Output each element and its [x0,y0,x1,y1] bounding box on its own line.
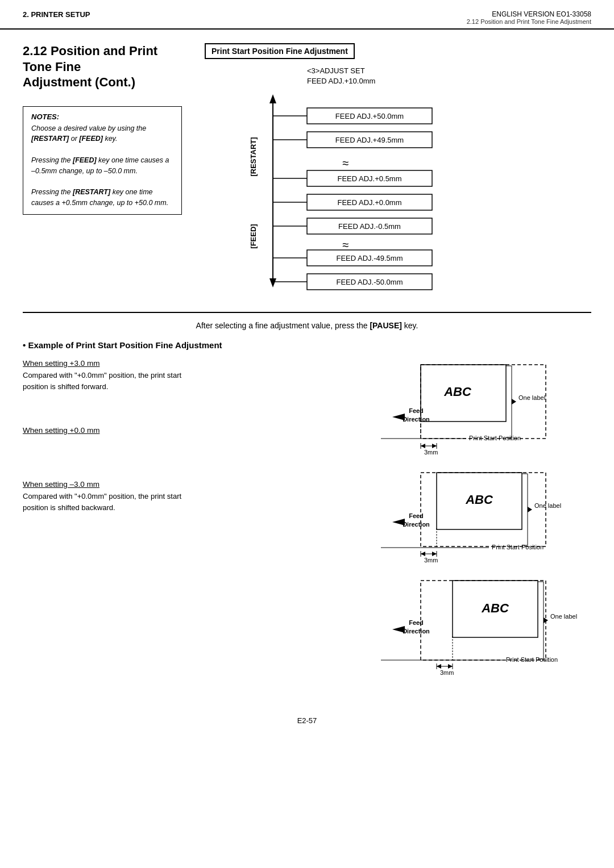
svg-text:Direction: Direction [403,416,430,423]
example-item-3: When setting –3.0 mm Compared with "+0.0… [23,480,364,513]
svg-text:≈: ≈ [343,239,349,251]
example-item-2: When setting +0.0 mm [23,426,364,435]
svg-text:3mm: 3mm [440,669,454,676]
svg-marker-45 [421,444,425,448]
svg-text:One label: One label [518,394,545,401]
svg-text:Feed: Feed [409,407,424,414]
svg-text:[FEED]: [FEED] [249,224,258,249]
svg-text:FEED ADJ.-50.0mm: FEED ADJ.-50.0mm [336,278,403,286]
svg-text:FEED ADJ.+0.0mm: FEED ADJ.+0.0mm [337,198,401,207]
svg-marker-37 [512,399,516,404]
svg-marker-53 [392,519,405,525]
svg-marker-33 [392,414,405,420]
page: 2. PRINTER SETUP ENGLISH VERSION EO1-330… [0,0,614,868]
example-rows: When setting +3.0 mm Compared with "+0.0… [23,359,591,690]
svg-text:ABC: ABC [443,385,472,399]
example-1-title: When setting +3.0 mm [23,359,364,368]
svg-text:FEED ADJ.+50.0mm: FEED ADJ.+50.0mm [335,112,404,120]
svg-marker-1 [269,94,276,103]
adjust-set: <3>ADJUST SETFEED ADJ.+10.0mm [307,66,591,86]
svg-marker-2 [269,278,276,287]
svg-text:Feed: Feed [409,512,424,519]
header-left: 2. PRINTER SETUP [23,10,90,19]
psf-title-box: Print Start Position Fine Adjustment [205,43,355,59]
example-left: When setting +3.0 mm Compared with "+0.0… [23,359,375,690]
header-section: 2.12 Position and Print Tone Fine Adjust… [467,18,591,25]
notes-text: Choose a desired value by using the [RES… [31,123,173,208]
svg-text:3mm: 3mm [424,557,438,564]
top-section: 2.12 Position and PrintTone FineAdjustme… [23,43,591,301]
svg-rect-28 [421,365,546,439]
header-version: ENGLISH VERSION EO1-33058 [467,10,591,18]
svg-text:FEED ADJ.-0.5mm: FEED ADJ.-0.5mm [338,222,401,231]
svg-rect-48 [421,473,546,546]
page-header: 2. PRINTER SETUP ENGLISH VERSION EO1-330… [0,0,614,30]
section-number: 2.12 [23,44,51,58]
svg-text:Direction: Direction [403,628,430,635]
title-block: 2.12 Position and PrintTone FineAdjustme… [23,43,205,301]
svg-marker-85 [437,664,441,669]
svg-rect-68 [421,581,546,660]
svg-text:Print Start Position: Print Start Position [492,544,544,550]
diagram-area: Print Start Position Fine Adjustment <3>… [205,43,591,301]
separator [23,312,591,313]
svg-marker-86 [448,664,453,669]
svg-text:FEED ADJ.-49.5mm: FEED ADJ.-49.5mm [336,254,403,262]
svg-marker-65 [421,552,425,556]
svg-marker-73 [392,626,405,633]
svg-text:Print Start Position: Print Start Position [506,656,558,663]
example-1-text: Compared with "+0.0mm" position, the pri… [23,370,364,392]
svg-marker-66 [432,552,437,556]
svg-text:ABC: ABC [465,493,493,507]
svg-text:One label: One label [534,502,561,509]
notes-title: NOTES: [31,112,173,121]
main-content: 2.12 Position and PrintTone FineAdjustme… [0,30,614,707]
example-3-text: Compared with "+0.0mm" position, the pri… [23,491,364,513]
example-2-title: When setting +0.0 mm [23,426,364,435]
header-right: ENGLISH VERSION EO1-33058 2.12 Position … [467,10,591,25]
example-right: ABC Feed Direction One label Print Start… [375,359,591,690]
svg-marker-46 [432,444,437,448]
section-title: 2.12 Position and PrintTone FineAdjustme… [23,43,193,90]
example-3-title: When setting –3.0 mm [23,480,364,489]
svg-text:Direction: Direction [403,521,430,528]
svg-text:[RESTART]: [RESTART] [249,137,258,177]
svg-text:FEED ADJ.+0.5mm: FEED ADJ.+0.5mm [337,174,401,183]
svg-text:Print Start Position: Print Start Position [469,435,521,441]
page-footer: E2-57 [0,707,614,731]
svg-text:≈: ≈ [343,157,349,169]
example-heading: • Example of Print Start Position Fine A… [23,340,591,350]
label-examples-svg: ABC Feed Direction One label Print Start… [375,359,591,688]
svg-text:One label: One label [550,613,577,620]
svg-text:ABC: ABC [481,601,509,615]
svg-text:FEED ADJ.+49.5mm: FEED ADJ.+49.5mm [335,136,404,144]
example-item-1: When setting +3.0 mm Compared with "+0.0… [23,359,364,392]
svg-text:3mm: 3mm [424,449,438,456]
svg-marker-57 [528,507,532,512]
feed-diagram-svg: [RESTART] [FEED] FEED ADJ.+50.0mm FEED A… [205,89,466,299]
svg-text:Feed: Feed [409,619,424,626]
notes-box: NOTES: Choose a desired value by using t… [23,106,182,215]
after-select-text: After selecting a fine adjustment value,… [23,321,591,330]
